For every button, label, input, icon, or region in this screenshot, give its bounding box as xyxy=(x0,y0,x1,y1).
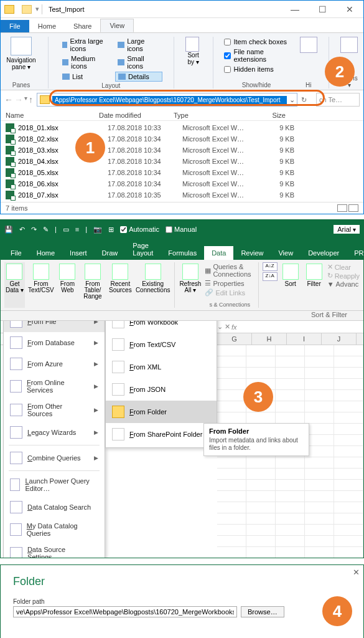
tab-view[interactable]: View xyxy=(100,19,134,32)
recent-sources-button[interactable]: Recent Sources xyxy=(108,262,133,308)
cell[interactable] xyxy=(334,536,363,547)
chk-item-checkboxes[interactable]: Item check boxes xyxy=(224,38,288,45)
cell[interactable] xyxy=(305,390,334,401)
cell[interactable] xyxy=(305,513,334,525)
cell[interactable] xyxy=(276,368,305,379)
cell[interactable] xyxy=(217,345,246,356)
cell[interactable] xyxy=(246,379,276,390)
cell[interactable] xyxy=(305,491,334,502)
queries-button[interactable]: ▦ Queries & Connections xyxy=(205,263,254,278)
submenu-csv[interactable]: From Text/CSV xyxy=(106,333,217,356)
cell[interactable] xyxy=(246,401,276,412)
sort-asc-button[interactable]: A↓Z xyxy=(263,262,278,271)
file-row[interactable]: 2018_05.xlsx17.08.2018 10:34Microsoft Ex… xyxy=(6,167,358,178)
camera-icon[interactable]: 📷 xyxy=(93,226,102,234)
options-button[interactable] xyxy=(340,37,358,53)
col-date[interactable]: Date modified xyxy=(99,112,174,119)
cell[interactable] xyxy=(217,379,246,390)
cell[interactable] xyxy=(334,513,363,525)
cell[interactable] xyxy=(334,424,363,435)
cell[interactable] xyxy=(246,368,276,379)
layout-list[interactable]: List xyxy=(60,72,109,82)
browse-button[interactable]: Browse… xyxy=(241,606,284,617)
cell[interactable] xyxy=(305,424,334,435)
cell[interactable] xyxy=(276,536,305,547)
folder-path-input[interactable] xyxy=(13,606,237,617)
cell[interactable] xyxy=(217,356,246,368)
menu-legacy[interactable]: Legacy Wizards▶ xyxy=(4,422,105,443)
cell[interactable] xyxy=(217,547,246,558)
col-type[interactable]: Type xyxy=(174,112,248,119)
edit-links-button[interactable]: 🔗 Edit Links xyxy=(205,288,254,297)
minimize-button[interactable]: — xyxy=(281,1,309,18)
cell[interactable] xyxy=(334,547,363,558)
cell[interactable] xyxy=(217,525,246,536)
cell[interactable] xyxy=(246,547,276,558)
file-row[interactable]: 2018_02.xlsx17.08.2018 10:34Microsoft Ex… xyxy=(6,133,358,145)
cell[interactable] xyxy=(305,435,334,446)
undo-icon[interactable]: ↶ xyxy=(19,226,25,234)
get-data-button[interactable]: Get Data ▾ xyxy=(4,262,25,308)
cell[interactable] xyxy=(217,368,246,379)
cell[interactable] xyxy=(276,401,305,412)
tab-formulas[interactable]: Formulas xyxy=(161,246,204,260)
reapply-button[interactable]: ↻ Reapply xyxy=(327,272,360,280)
address-dropdown[interactable]: ⌄ xyxy=(287,96,297,104)
cell[interactable] xyxy=(217,469,246,480)
font-selector[interactable]: Arial ▾ xyxy=(334,225,360,234)
file-row[interactable]: 2018_04.xlsx17.08.2018 10:34Microsoft Ex… xyxy=(6,156,358,167)
navigation-pane-button[interactable]: Navigation pane ▾ xyxy=(6,37,37,70)
sort-button[interactable]: Sort xyxy=(280,262,301,288)
menu-mdcq[interactable]: My Data Catalog Queries xyxy=(4,518,105,541)
menu-other[interactable]: From Other Sources▶ xyxy=(4,398,105,422)
refresh-all-button[interactable]: Refresh All ▾ xyxy=(178,262,202,308)
properties-button[interactable]: ☰ Properties xyxy=(205,279,254,287)
cell[interactable] xyxy=(305,345,334,356)
view-details-icon[interactable] xyxy=(337,204,347,212)
up-button[interactable]: ↑ xyxy=(29,95,33,105)
cell[interactable] xyxy=(246,480,276,491)
back-button[interactable]: ← xyxy=(4,95,13,105)
align-icon[interactable]: ≡ xyxy=(75,226,79,233)
cell[interactable] xyxy=(334,491,363,502)
cell[interactable] xyxy=(276,547,305,558)
cell[interactable] xyxy=(246,469,276,480)
cell[interactable] xyxy=(334,469,363,480)
address-path[interactable]: Apps\Professor Excel\Webpage\Blogposts\1… xyxy=(52,96,287,104)
cell[interactable] xyxy=(305,480,334,491)
tab-developer[interactable]: Developer xyxy=(301,246,347,260)
redo-icon[interactable]: ↷ xyxy=(31,226,37,234)
cell[interactable] xyxy=(217,480,246,491)
cell[interactable] xyxy=(276,491,305,502)
cell[interactable] xyxy=(305,457,334,469)
tab-view[interactable]: View xyxy=(271,246,301,260)
cell[interactable] xyxy=(305,525,334,536)
cell[interactable] xyxy=(276,480,305,491)
cell[interactable] xyxy=(334,412,363,424)
existing-conn-button[interactable]: Existing Connections xyxy=(136,262,170,308)
cell[interactable] xyxy=(217,412,246,424)
cell[interactable] xyxy=(217,390,246,401)
refresh-button[interactable]: ↻ xyxy=(301,96,312,104)
layout-small[interactable]: Small icons xyxy=(115,54,162,70)
cell[interactable] xyxy=(334,502,363,513)
tab-review[interactable]: Review xyxy=(233,246,271,260)
menu-combine[interactable]: Combine Queries▶ xyxy=(4,447,105,469)
tab-page-layout[interactable]: Page Layout xyxy=(125,239,161,260)
view-thumbs-icon[interactable] xyxy=(348,204,358,212)
cell[interactable] xyxy=(305,379,334,390)
qat-dropdown[interactable]: ▾ xyxy=(35,5,39,13)
cell[interactable] xyxy=(276,513,305,525)
pivot-icon[interactable]: ⊞ xyxy=(108,226,114,234)
tab-data[interactable]: Data xyxy=(204,246,233,260)
sort-by-button[interactable]: Sort by ▾ xyxy=(185,37,202,65)
submenu-wb[interactable]: From Workbook xyxy=(106,321,217,333)
cell[interactable] xyxy=(217,491,246,502)
cell[interactable] xyxy=(305,547,334,558)
clear-button[interactable]: ✕ Clear xyxy=(327,263,360,271)
tab-share[interactable]: Share xyxy=(65,20,100,32)
file-row[interactable]: 2018_03.xlsx17.08.2018 10:34Microsoft Ex… xyxy=(6,145,358,156)
cell[interactable] xyxy=(217,536,246,547)
col-size[interactable]: Size xyxy=(248,112,286,119)
cell[interactable] xyxy=(276,469,305,480)
